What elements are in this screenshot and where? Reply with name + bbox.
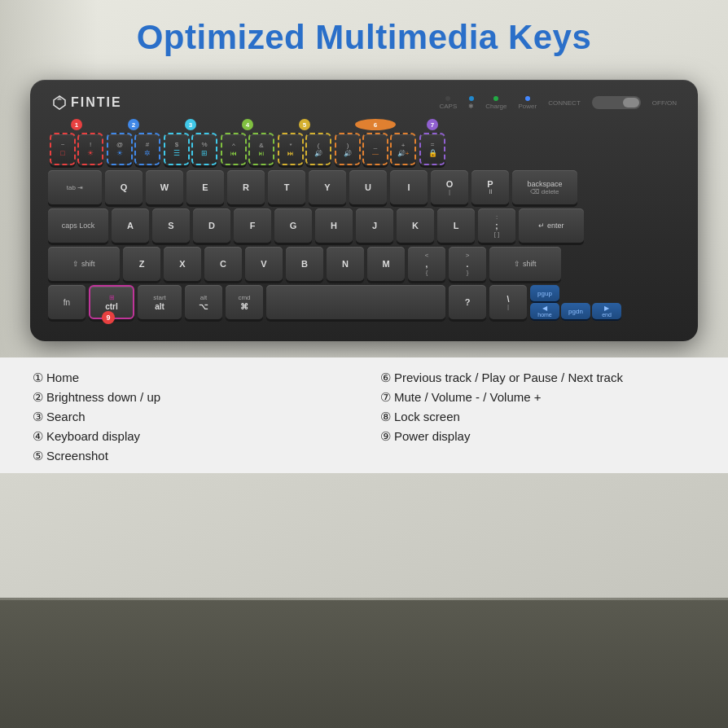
- bottom-row: fn ⊞ ctrl start alt alt ⌥: [48, 285, 680, 319]
- info-item-5: ⑤ Screenshot: [33, 449, 364, 463]
- info-item-7: ⑦ Mute / Volume - / Volume +: [380, 390, 712, 405]
- keyboard-image: FINTIE CAPS ✱ Charge Power: [30, 80, 698, 341]
- keyboard-top-bar: FINTIE CAPS ✱ Charge Power: [48, 94, 680, 111]
- zxcv-row: ⇧ shift Z X C V B N M < , { > . }: [48, 247, 680, 281]
- brand-logo: FINTIE: [51, 94, 122, 111]
- page-title: Optimized Multimedia Keys: [137, 18, 592, 57]
- asdf-row: caps Lock A S D F G H J K L : ; [ ] ↵ en…: [48, 208, 680, 243]
- info-item-1: ① Home: [33, 371, 364, 385]
- power-slider[interactable]: [592, 96, 641, 109]
- qwerty-row: tab ⇥ Q W E R T Y U I O | P ⏸ backspace …: [48, 170, 680, 204]
- nav-cluster: pgup ◀home pgdn ▶end: [530, 285, 621, 319]
- info-item-8: ⑧ Lock screen: [380, 410, 712, 424]
- indicator-row: CAPS ✱ Charge Power CONNECT O: [439, 96, 677, 110]
- info-item-3: ③ Search: [33, 410, 364, 424]
- table-surface: [0, 598, 728, 728]
- function-key-row: 1 ~ □ ! ☀: [48, 119, 680, 165]
- info-item-4: ④ Keyboard display: [33, 429, 364, 444]
- info-section: ① Home ⑥ Previous track / Play or Pause …: [0, 357, 728, 473]
- info-item-9: ⑨ Power display: [380, 429, 712, 444]
- info-item-2: ② Brightness down / up: [33, 390, 364, 405]
- info-item-6: ⑥ Previous track / Play or Pause / Next …: [380, 371, 712, 385]
